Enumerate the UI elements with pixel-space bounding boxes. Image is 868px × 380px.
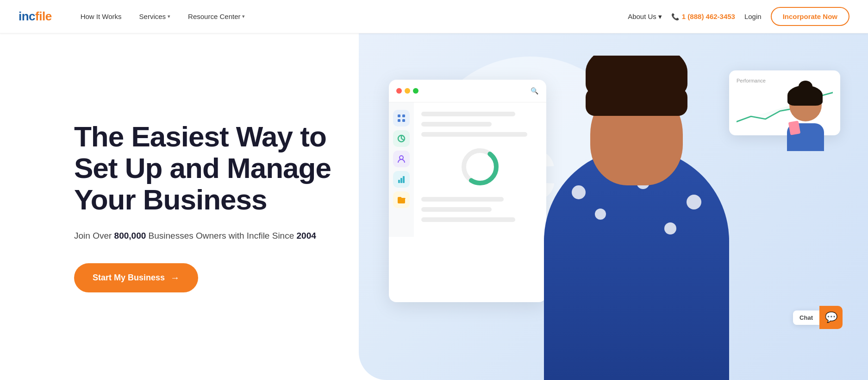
chat-button[interactable]: 💬 bbox=[819, 306, 843, 329]
svg-point-5 bbox=[400, 156, 403, 159]
phone-link[interactable]: 📞 1 (888) 462-3453 bbox=[671, 13, 735, 20]
sticky-note bbox=[788, 120, 801, 135]
sidebar-icon-chart[interactable] bbox=[393, 130, 410, 147]
chat-icon: 💬 bbox=[825, 311, 837, 323]
sidebar-icon-folder[interactable] bbox=[393, 191, 410, 208]
hero-section: The Easiest Way to Set Up and Manage You… bbox=[0, 33, 868, 380]
sidebar-icon-user[interactable] bbox=[393, 151, 410, 167]
svg-rect-1 bbox=[402, 114, 405, 117]
svg-rect-3 bbox=[402, 119, 405, 122]
nav-resource-center[interactable]: Resource Center ▾ bbox=[181, 9, 251, 24]
logo-file: file bbox=[35, 9, 52, 23]
svg-rect-6 bbox=[398, 180, 400, 183]
card-line-5 bbox=[421, 207, 492, 212]
avatar-head bbox=[789, 89, 822, 121]
phone-icon: 📞 bbox=[671, 13, 679, 20]
services-chevron-icon: ▾ bbox=[168, 13, 170, 19]
card-line-2 bbox=[421, 122, 492, 127]
hero-visual: c 🔍 bbox=[359, 33, 868, 380]
nav-right: About Us ▾ 📞 1 (888) 462-3453 Login Inco… bbox=[628, 7, 849, 26]
brand-logo[interactable]: incfile bbox=[19, 9, 52, 24]
login-button[interactable]: Login bbox=[744, 13, 762, 20]
card-line-6 bbox=[421, 217, 515, 222]
avatar-3d bbox=[780, 89, 831, 149]
sidebar-icon-grid[interactable] bbox=[393, 110, 410, 127]
hero-content: The Easiest Way to Set Up and Manage You… bbox=[74, 121, 343, 292]
chat-widget: Chat 💬 bbox=[793, 306, 843, 329]
about-chevron-icon: ▾ bbox=[658, 13, 662, 21]
resource-chevron-icon: ▾ bbox=[242, 13, 245, 19]
nav-links: How It Works Services ▾ Resource Center … bbox=[74, 9, 628, 24]
chat-label: Chat bbox=[793, 310, 819, 325]
traffic-dots bbox=[396, 88, 418, 94]
svg-rect-0 bbox=[398, 114, 400, 117]
incorporate-now-button[interactable]: Incorporate Now bbox=[771, 7, 849, 26]
card-line-1 bbox=[421, 112, 515, 116]
nav-about-us[interactable]: About Us ▾ bbox=[628, 13, 662, 21]
hero-title: The Easiest Way to Set Up and Manage You… bbox=[74, 121, 343, 216]
nav-services[interactable]: Services ▾ bbox=[133, 9, 177, 24]
arrow-icon: → bbox=[170, 272, 180, 283]
svg-rect-7 bbox=[400, 178, 402, 183]
logo-inc: inc bbox=[19, 9, 35, 23]
navbar: incfile How It Works Services ▾ Resource… bbox=[0, 0, 868, 33]
start-my-business-button[interactable]: Start My Business → bbox=[74, 263, 198, 292]
card-line-4 bbox=[421, 197, 504, 202]
dot-red bbox=[396, 88, 402, 94]
dot-yellow bbox=[405, 88, 410, 94]
hero-subtitle: Join Over 800,000 Businesses Owners with… bbox=[74, 229, 343, 243]
card-sidebar bbox=[389, 102, 414, 237]
sidebar-icon-bar[interactable] bbox=[393, 171, 410, 188]
avatar-hair bbox=[787, 85, 823, 106]
nav-how-it-works[interactable]: How It Works bbox=[74, 9, 128, 24]
dot-green bbox=[413, 88, 418, 94]
hero-person bbox=[507, 56, 766, 380]
svg-rect-2 bbox=[398, 119, 400, 122]
svg-rect-8 bbox=[403, 176, 405, 183]
